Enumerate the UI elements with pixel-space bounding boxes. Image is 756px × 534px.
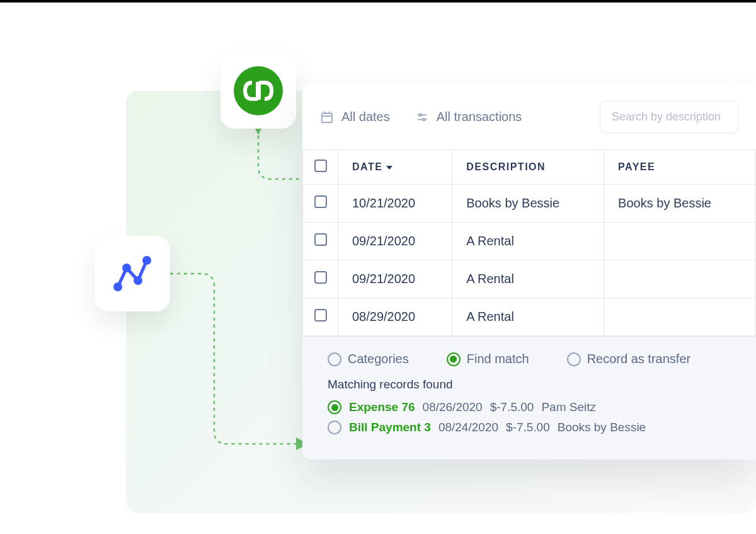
table-row[interactable]: 09/21/2020 A Rental	[303, 223, 756, 260]
search-input[interactable]: Search by description	[600, 101, 738, 133]
svg-point-14	[423, 118, 425, 120]
match-record[interactable]: Bill Payment 3 08/24/2020 $-7.5.00 Books…	[328, 421, 731, 434]
match-amount: $-7.5.00	[506, 421, 550, 434]
cell-date: 09/21/2020	[338, 223, 452, 260]
match-party: Pam Seitz	[541, 400, 596, 414]
match-type: Bill Payment 3	[349, 421, 431, 434]
svg-point-12	[419, 113, 421, 116]
match-party: Books by Bessie	[558, 421, 646, 434]
column-description[interactable]: DESCRIPTION	[452, 150, 604, 185]
svg-rect-7	[322, 113, 333, 122]
cell-payee	[604, 260, 756, 298]
cell-date: 09/21/2020	[338, 260, 452, 298]
toolbar: All dates All transactions Search by des…	[302, 84, 756, 149]
transactions-filter-label: All transactions	[437, 110, 522, 124]
table-row[interactable]: 10/21/2020 Books by Bessie Books by Bess…	[303, 185, 756, 223]
integration-logo-card	[94, 236, 170, 311]
checkbox-icon[interactable]	[314, 309, 327, 322]
radio-icon	[447, 352, 461, 366]
calendar-icon	[320, 110, 334, 124]
svg-point-6	[142, 256, 151, 265]
cell-date: 08/29/2020	[338, 298, 452, 336]
match-date: 08/24/2020	[438, 421, 498, 434]
cell-payee: Books by Bessie	[604, 185, 756, 223]
cell-description: A Rental	[452, 260, 604, 298]
cell-description: A Rental	[452, 298, 604, 336]
radio-icon	[328, 421, 341, 434]
checkbox-icon[interactable]	[314, 271, 327, 284]
match-type: Expense 76	[349, 400, 415, 414]
column-date[interactable]: DATE	[338, 150, 452, 185]
matching-heading: Matching records found	[328, 378, 731, 392]
cell-date: 10/21/2020	[338, 185, 452, 223]
match-amount: $-7.5.00	[490, 400, 534, 414]
match-date: 08/26/2020	[423, 400, 483, 414]
radio-categories[interactable]: Categories	[328, 352, 409, 366]
checkbox-icon	[314, 160, 327, 172]
checkbox-icon[interactable]	[314, 233, 327, 246]
cell-description: Books by Bessie	[452, 185, 604, 223]
cell-payee	[604, 223, 756, 260]
cell-description: A Rental	[452, 223, 604, 260]
match-mode-radios: Categories Find match Record as transfer	[328, 352, 731, 366]
transactions-panel: All dates All transactions Search by des…	[302, 84, 756, 460]
select-all-header[interactable]	[303, 150, 338, 185]
svg-point-3	[113, 282, 122, 291]
date-filter[interactable]: All dates	[320, 110, 390, 124]
date-filter-label: All dates	[341, 110, 390, 124]
table-row[interactable]: 09/21/2020 A Rental	[303, 260, 756, 298]
radio-record-transfer[interactable]: Record as transfer	[567, 352, 691, 366]
quickbooks-logo-card	[220, 53, 296, 129]
cell-payee	[604, 298, 756, 336]
radio-icon	[567, 352, 581, 366]
column-payee[interactable]: PAYEE	[604, 150, 756, 185]
sort-desc-icon	[386, 166, 392, 170]
radio-find-match[interactable]: Find match	[447, 352, 529, 366]
nodes-icon	[110, 252, 154, 296]
sliders-icon	[415, 110, 429, 124]
transactions-table: DATE DESCRIPTION PAYEE 10/21/2020 Books …	[302, 149, 756, 336]
table-row[interactable]: 08/29/2020 A Rental	[303, 298, 756, 336]
svg-point-5	[134, 276, 142, 285]
radio-icon	[328, 352, 341, 366]
svg-point-4	[122, 264, 131, 272]
transactions-filter[interactable]: All transactions	[415, 110, 522, 124]
radio-icon	[328, 400, 341, 414]
quickbooks-icon	[234, 66, 283, 115]
match-panel: Categories Find match Record as transfer…	[302, 336, 756, 460]
checkbox-icon[interactable]	[314, 195, 327, 208]
match-record[interactable]: Expense 76 08/26/2020 $-7.5.00 Pam Seitz	[328, 400, 731, 414]
